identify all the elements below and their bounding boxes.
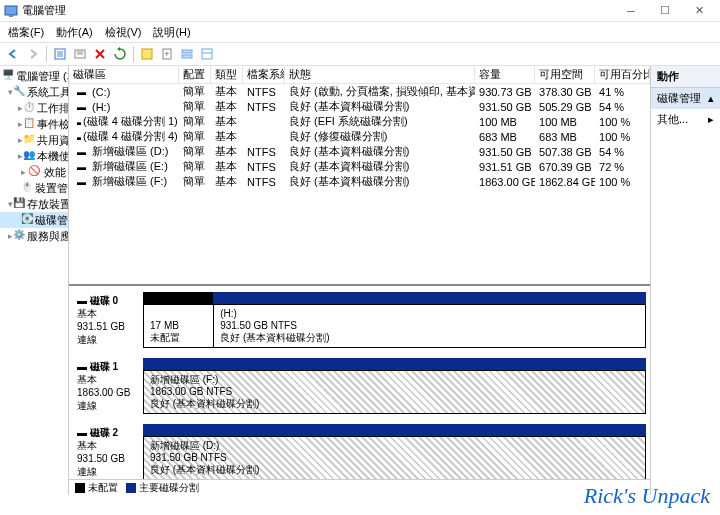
delete-button[interactable] — [91, 45, 109, 63]
disk-block[interactable]: ▬ 磁碟 0基本931.51 GB連線17 MB未配置(H:)931.50 GB… — [73, 292, 646, 348]
volume-row[interactable]: ▬ (磁碟 4 磁碟分割 4)簡單基本良好 (修復磁碟分割)683 MB683 … — [69, 129, 650, 144]
tree-services[interactable]: ▸⚙️服務與應 — [0, 228, 68, 244]
svg-rect-0 — [5, 6, 17, 15]
volume-icon: ▬ — [73, 132, 81, 142]
up-button[interactable] — [51, 45, 69, 63]
volume-row[interactable]: ▬ (磁碟 4 磁碟分割 1)簡單基本良好 (EFI 系統磁碟分割)100 MB… — [69, 114, 650, 129]
col-name[interactable]: 磁碟區 — [69, 65, 179, 84]
disk-graphic-pane[interactable]: ▬ 磁碟 0基本931.51 GB連線17 MB未配置(H:)931.50 GB… — [69, 284, 650, 479]
disk-label: ▬ 磁碟 2基本931.50 GB連線 — [73, 424, 143, 479]
svg-rect-1 — [9, 15, 13, 17]
volume-icon: ▬ — [73, 102, 90, 112]
menu-action[interactable]: 動作(A) — [52, 23, 97, 42]
volume-row[interactable]: ▬ 新增磁碟區 (F:)簡單基本NTFS良好 (基本資料磁碟分割)1863.00… — [69, 174, 650, 189]
partition[interactable]: (H:)931.50 GB NTFS良好 (基本資料磁碟分割) — [214, 305, 645, 347]
svg-rect-3 — [57, 51, 63, 57]
volume-row[interactable]: ▬ 新增磁碟區 (E:)簡單基本NTFS良好 (基本資料磁碟分割)931.51 … — [69, 159, 650, 174]
forward-button[interactable] — [24, 45, 42, 63]
svg-rect-11 — [182, 55, 192, 58]
disk-label: ▬ 磁碟 0基本931.51 GB連線 — [73, 292, 143, 348]
tree-events[interactable]: ▸📋事件檢 — [0, 116, 68, 132]
tree-scheduler[interactable]: ▸⏱️工作排 — [0, 100, 68, 116]
titlebar: 電腦管理 ─ ☐ ✕ — [0, 0, 720, 22]
svg-text:+: + — [164, 49, 169, 59]
new-button[interactable]: + — [158, 45, 176, 63]
minimize-button[interactable]: ─ — [614, 1, 648, 21]
legend-primary-swatch — [126, 483, 136, 493]
tree-perf[interactable]: ▸🚫效能 — [0, 164, 68, 180]
svg-rect-10 — [182, 50, 192, 53]
col-layout[interactable]: 配置 — [179, 65, 211, 84]
tree-storage[interactable]: ▾💾存放裝置 — [0, 196, 68, 212]
disk-block[interactable]: ▬ 磁碟 1基本1863.00 GB連線新增磁碟區 (F:)1863.00 GB… — [73, 358, 646, 414]
menu-help[interactable]: 說明(H) — [149, 23, 194, 42]
tree-systools[interactable]: ▾🔧系統工具 — [0, 84, 68, 100]
volume-row[interactable]: ▬ 新增磁碟區 (D:)簡單基本NTFS良好 (基本資料磁碟分割)931.50 … — [69, 144, 650, 159]
properties-button[interactable] — [71, 45, 89, 63]
col-status[interactable]: 狀態 — [285, 65, 475, 84]
col-pct[interactable]: 可用百分比 — [595, 65, 650, 84]
volume-icon: ▬ — [73, 147, 90, 157]
menu-file[interactable]: 檔案(F) — [4, 23, 48, 42]
legend: 未配置 主要磁碟分割 — [69, 479, 650, 495]
volume-row[interactable]: ▬ (H:)簡單基本NTFS良好 (基本資料磁碟分割)931.50 GB505.… — [69, 99, 650, 114]
volume-icon: ▬ — [73, 162, 90, 172]
legend-unalloc-label: 未配置 — [88, 482, 118, 493]
toolbar: + — [0, 42, 720, 66]
center-pane: 磁碟區 配置 類型 檔案系統 狀態 容量 可用空間 可用百分比 ▬ (C:)簡單… — [69, 66, 651, 495]
disk-block[interactable]: ▬ 磁碟 2基本931.50 GB連線新增磁碟區 (D:)931.50 GB N… — [73, 424, 646, 479]
volume-icon: ▬ — [73, 87, 90, 97]
volume-icon: ▬ — [73, 117, 81, 127]
col-free[interactable]: 可用空間 — [535, 65, 595, 84]
window-title: 電腦管理 — [22, 3, 614, 18]
menubar: 檔案(F) 動作(A) 檢視(V) 說明(H) — [0, 22, 720, 42]
partition[interactable]: 新增磁碟區 (F:)1863.00 GB NTFS良好 (基本資料磁碟分割) — [144, 371, 645, 413]
refresh-button[interactable] — [111, 45, 129, 63]
help-button[interactable] — [138, 45, 156, 63]
toolbar-separator — [133, 46, 134, 62]
app-icon — [4, 4, 18, 18]
view-details-button[interactable] — [198, 45, 216, 63]
partition[interactable]: 17 MB未配置 — [144, 305, 214, 347]
menu-view[interactable]: 檢視(V) — [101, 23, 146, 42]
svg-rect-12 — [202, 49, 212, 59]
partition[interactable]: 新增磁碟區 (D:)931.50 GB NTFS良好 (基本資料磁碟分割) — [144, 437, 645, 479]
legend-unalloc-swatch — [75, 483, 85, 493]
tree-local[interactable]: ▸👥本機使 — [0, 148, 68, 164]
actions-header: 動作 — [651, 66, 720, 88]
maximize-button[interactable]: ☐ — [648, 1, 682, 21]
view-list-button[interactable] — [178, 45, 196, 63]
tree-shared[interactable]: ▸📁共用資 — [0, 132, 68, 148]
actions-other[interactable]: 其他...▸ — [651, 109, 720, 130]
svg-rect-7 — [142, 49, 152, 59]
col-fs[interactable]: 檔案系統 — [243, 65, 285, 84]
back-button[interactable] — [4, 45, 22, 63]
volume-icon: ▬ — [73, 177, 90, 187]
col-type[interactable]: 類型 — [211, 65, 243, 84]
tree-diskmgmt[interactable]: 💽磁碟管 — [0, 212, 68, 228]
actions-diskmgmt[interactable]: 磁碟管理▴ — [651, 88, 720, 109]
toolbar-separator — [46, 46, 47, 62]
actions-pane: 動作 磁碟管理▴ 其他...▸ — [651, 66, 720, 495]
expand-icon: ▸ — [708, 113, 714, 126]
collapse-icon: ▴ — [708, 92, 714, 105]
volume-row[interactable]: ▬ (C:)簡單基本NTFS良好 (啟動, 分頁檔案, 損毀傾印, 基本資料磁碟… — [69, 84, 650, 99]
watermark: Rick's Unpack — [584, 483, 710, 509]
col-cap[interactable]: 容量 — [475, 65, 535, 84]
tree-root[interactable]: 🖥️電腦管理 (本 — [0, 68, 68, 84]
close-button[interactable]: ✕ — [682, 1, 716, 21]
tree-devmgr[interactable]: 🖱️裝置管 — [0, 180, 68, 196]
legend-primary-label: 主要磁碟分割 — [139, 482, 199, 493]
nav-tree[interactable]: 🖥️電腦管理 (本 ▾🔧系統工具 ▸⏱️工作排 ▸📋事件檢 ▸📁共用資 ▸👥本機… — [0, 66, 69, 495]
volume-list[interactable]: ▬ (C:)簡單基本NTFS良好 (啟動, 分頁檔案, 損毀傾印, 基本資料磁碟… — [69, 84, 650, 284]
disk-label: ▬ 磁碟 1基本1863.00 GB連線 — [73, 358, 143, 414]
volume-list-header[interactable]: 磁碟區 配置 類型 檔案系統 狀態 容量 可用空間 可用百分比 — [69, 66, 650, 84]
